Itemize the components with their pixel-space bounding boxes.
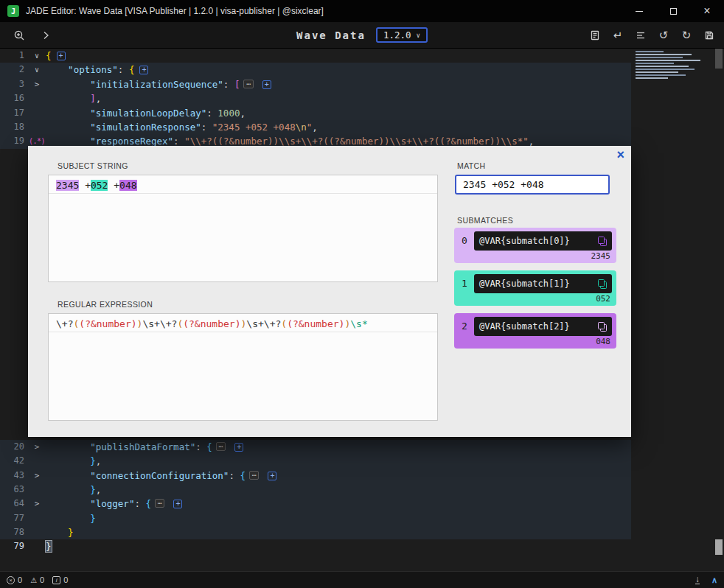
regex-token: (?&number) [183,318,240,329]
code-line-77[interactable]: 77 } [0,511,724,525]
code-line-18[interactable]: 18 "simulationResponse": "2345 +052 +048… [0,120,724,134]
apply-button[interactable]: ↵ [609,27,627,44]
collapsed-region[interactable]: ⋯ [216,442,226,451]
line-number: 78 [0,525,28,539]
insert-button[interactable]: + [139,66,148,74]
scrollbar-thumb[interactable] [715,539,723,555]
fold-closed-icon[interactable]: > [28,440,46,454]
token: : [201,122,212,133]
regex-token: \s+ [246,318,263,329]
line-number: 2 [0,63,28,77]
insert-button[interactable]: + [234,443,243,452]
subject-string-editor[interactable]: 2345 +052 +048 [48,175,438,282]
code-line-3[interactable]: 3> "initializationSequence": [⋯+ [0,77,724,91]
status-bar-right: ↓ ∧ [695,575,717,585]
token: : [134,498,145,509]
match-label: MATCH [457,161,486,170]
format-button[interactable] [632,27,650,44]
panel-down-icon[interactable]: ↓ [695,575,700,584]
code-line-79[interactable]: 79} [0,539,724,553]
line-number: 20 [0,440,28,454]
code-line-17[interactable]: 17 "simulationLoopDelay": 1000, [0,106,724,120]
insert-button[interactable]: + [268,472,276,480]
token: } [46,541,52,552]
fold-gutter [28,106,46,120]
submatch-index: 2 [462,321,467,332]
line-number: 1 [0,49,28,63]
panel-close-icon[interactable]: × [616,148,624,161]
line-number: 17 [0,106,28,120]
line-number: 19 [0,134,28,148]
infos-status[interactable]: i 0 [52,575,68,584]
regex-token: \+? [56,318,73,329]
code-line-20[interactable]: 20> "publishDataFormat": {⋯+ [0,440,724,454]
fold-open-icon[interactable]: ∨ [28,49,46,63]
fold-open-icon[interactable]: ∨ [28,63,46,77]
version-dropdown[interactable]: 1.2.0 ∨ [376,27,428,43]
line-number: 42 [0,454,28,468]
submatch-value: 052 [596,294,610,304]
code-line-42[interactable]: 42 }, [0,454,724,468]
token [46,455,90,466]
step-forward-button[interactable] [37,27,55,44]
copy-icon[interactable] [598,279,607,289]
undo-button[interactable]: ↺ [655,27,672,44]
submatch-variable: @VAR{submatch[2]} [479,321,598,332]
collapsed-region[interactable]: ⋯ [243,80,253,88]
code-line-78[interactable]: 78 } [0,525,724,539]
minimap[interactable] [636,51,712,80]
line-content: "publishDataFormat": {⋯+ [46,440,243,454]
collapsed-region[interactable]: ⋯ [249,471,259,480]
fold-gutter [28,91,46,105]
submatch-variable-pill: @VAR{submatch[0]} [474,231,612,251]
fold-closed-icon[interactable]: > [28,497,46,511]
document-report-button[interactable] [586,27,604,44]
regex-tester-panel: × SUBJECT STRING 2345 +052 +048 REGULAR … [28,146,631,437]
token [46,527,68,538]
code-line-16[interactable]: 16 ], [0,91,724,105]
save-button[interactable] [700,27,718,44]
copy-icon[interactable] [598,322,607,332]
submatch-variable-pill: @VAR{submatch[2]} [474,317,612,336]
regex-token: \+? [264,318,281,329]
app-logo-icon: J [7,5,19,17]
redo-button[interactable]: ↻ [678,27,695,44]
line-content: } [46,525,74,539]
code-line-43[interactable]: 43> "connectionConfiguration": {⋯+ [0,469,724,483]
maximize-button[interactable] [656,0,690,22]
regular-expression-editor[interactable]: \+?((?&number))\s+\+?((?&number))\s+\+?(… [48,313,438,421]
minimap-line [636,54,692,55]
code-editor[interactable]: 1∨{+2∨ "options": {+3> "initializationSe… [0,49,724,571]
panel-up-icon[interactable]: ∧ [711,575,717,585]
insert-button[interactable]: + [57,52,66,60]
copy-icon[interactable] [598,237,607,246]
code-line-2[interactable]: 2∨ "options": {+ [0,63,724,77]
insert-button[interactable]: + [262,80,271,89]
fold-closed-icon[interactable]: > [28,469,46,483]
close-button[interactable]: × [690,0,724,22]
collapsed-region[interactable]: ⋯ [155,499,164,508]
warnings-status[interactable]: ⚠ 0 [30,575,44,584]
error-icon: × [7,576,15,584]
subject-highlight: 052 [91,180,108,191]
code-line-1[interactable]: 1∨{+ [0,49,724,63]
toolbar: Wave Data 1.2.0 ∨ ↵ [0,22,724,49]
line-number: 43 [0,469,28,483]
window-controls: × [622,0,724,22]
submatch-value: 2345 [591,251,611,261]
minimize-button[interactable] [622,0,656,22]
token [46,108,90,119]
token: { [46,50,52,61]
regex-token: (?&number) [287,318,344,329]
submatch-card: 1@VAR{submatch[1]}052 [454,270,616,306]
insert-button[interactable]: + [173,500,182,508]
minimap-slider[interactable] [715,49,723,69]
line-number: 77 [0,511,28,525]
code-line-64[interactable]: 64> "logger": {⋯+ [0,497,724,511]
fold-closed-icon[interactable]: > [28,77,46,91]
token: { [206,441,212,452]
fold-gutter [28,483,46,497]
code-line-63[interactable]: 63 }, [0,483,724,497]
errors-status[interactable]: × 0 [7,575,22,584]
zoom-in-button[interactable] [10,27,28,44]
